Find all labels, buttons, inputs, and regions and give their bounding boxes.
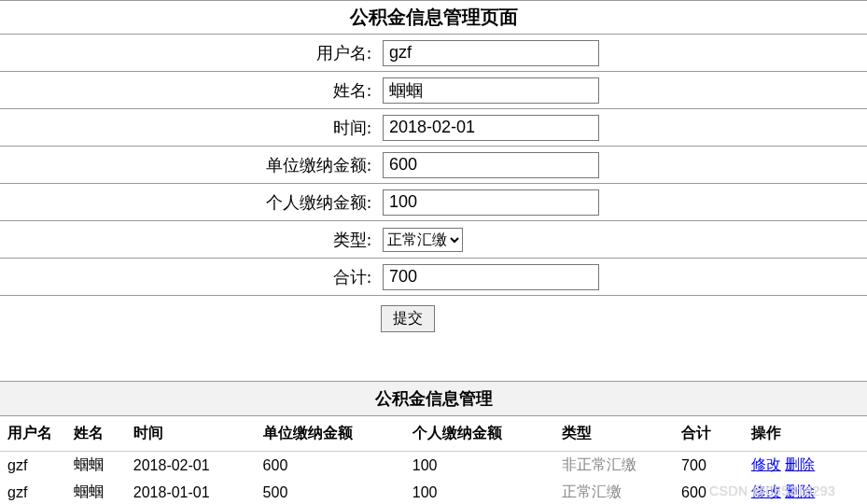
page-title: 公积金信息管理页面 xyxy=(0,1,867,35)
cell-total: 700 xyxy=(678,452,748,480)
total-input[interactable] xyxy=(383,264,599,290)
edit-link[interactable]: 修改 xyxy=(751,456,781,472)
cell-name: 蝈蝈 xyxy=(70,479,130,504)
date-input[interactable] xyxy=(383,115,599,141)
type-select[interactable]: 正常汇缴 xyxy=(383,228,463,252)
cell-type: 正常汇缴 xyxy=(558,479,678,504)
personal-amount-input[interactable] xyxy=(383,189,599,216)
list-table: 公积金信息管理 用户名 姓名 时间 单位缴纳金额 个人缴纳金额 类型 合计 操作… xyxy=(0,381,867,504)
cell-ops: 修改 删除 xyxy=(748,452,867,480)
th-ops: 操作 xyxy=(748,416,867,452)
name-input[interactable] xyxy=(383,77,599,104)
cell-personal: 100 xyxy=(409,479,558,504)
date-label: 时间: xyxy=(0,109,377,147)
cell-username: gzf xyxy=(0,452,70,480)
name-label: 姓名: xyxy=(0,72,377,109)
form-table: 公积金信息管理页面 用户名: 姓名: 时间: 单位缴纳金额: 个人缴纳金额: 类… xyxy=(0,0,867,343)
unit-amount-input[interactable] xyxy=(383,152,599,178)
list-title: 公积金信息管理 xyxy=(0,382,867,416)
personal-amount-label: 个人缴纳金额: xyxy=(0,184,377,221)
cell-name: 蝈蝈 xyxy=(70,452,130,480)
cell-ops: 修改 删除 xyxy=(748,479,867,504)
submit-button[interactable]: 提交 xyxy=(381,305,435,332)
total-label: 合计: xyxy=(0,259,377,296)
cell-personal: 100 xyxy=(409,452,558,480)
cell-username: gzf xyxy=(0,479,70,504)
th-name: 姓名 xyxy=(70,416,130,452)
cell-date: 2018-01-01 xyxy=(130,479,259,504)
th-username: 用户名 xyxy=(0,416,70,452)
th-personal: 个人缴纳金额 xyxy=(409,416,558,452)
cell-date: 2018-02-01 xyxy=(130,452,259,480)
type-label: 类型: xyxy=(0,221,377,259)
cell-unit: 600 xyxy=(259,452,409,480)
unit-amount-label: 单位缴纳金额: xyxy=(0,147,377,184)
th-type: 类型 xyxy=(558,416,678,452)
username-label: 用户名: xyxy=(0,35,377,72)
edit-link[interactable]: 修改 xyxy=(751,483,781,499)
cell-unit: 500 xyxy=(259,479,409,504)
delete-link[interactable]: 删除 xyxy=(785,483,815,499)
delete-link[interactable]: 删除 xyxy=(785,456,815,472)
th-total: 合计 xyxy=(678,416,748,452)
cell-total: 600 xyxy=(678,479,748,504)
table-row: gzf蝈蝈2018-01-01500100正常汇缴600修改 删除 xyxy=(0,479,867,504)
th-unit: 单位缴纳金额 xyxy=(259,416,409,452)
username-input[interactable] xyxy=(383,40,599,66)
table-row: gzf蝈蝈2018-02-01600100非正常汇缴700修改 删除 xyxy=(0,452,867,480)
th-date: 时间 xyxy=(130,416,259,452)
cell-type: 非正常汇缴 xyxy=(558,452,678,480)
